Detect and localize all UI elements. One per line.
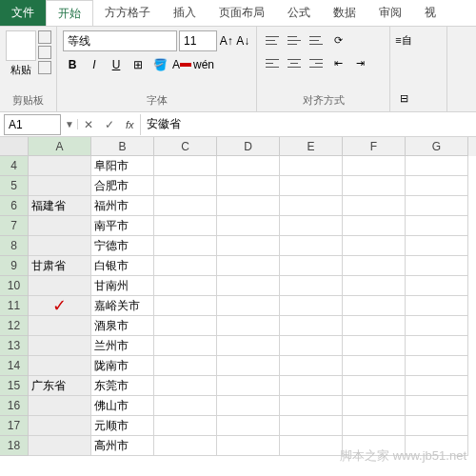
font-name-select[interactable]: [63, 30, 177, 51]
cell[interactable]: [154, 396, 217, 416]
col-header-f[interactable]: F: [343, 137, 406, 156]
row-header[interactable]: 6: [0, 196, 29, 216]
tab-review[interactable]: 审阅: [367, 0, 413, 26]
cell[interactable]: [217, 216, 280, 236]
cell[interactable]: [154, 376, 217, 396]
cell[interactable]: [154, 256, 217, 276]
wrap-text-button[interactable]: ≡ 自: [394, 30, 413, 50]
cell[interactable]: [217, 356, 280, 376]
copy-icon[interactable]: [38, 46, 51, 59]
paste-icon[interactable]: [6, 30, 36, 61]
border-button[interactable]: ⊞: [129, 55, 148, 74]
row-header[interactable]: 11: [0, 296, 29, 316]
merge-button[interactable]: ⊟: [394, 89, 413, 108]
cell[interactable]: [29, 276, 91, 296]
cell[interactable]: 兰州市: [91, 336, 154, 356]
cell[interactable]: [217, 196, 280, 216]
cell[interactable]: [343, 296, 406, 316]
tab-grid-tools[interactable]: 方方格子: [93, 0, 162, 26]
cell[interactable]: [406, 336, 468, 356]
cell[interactable]: [343, 376, 406, 396]
cell[interactable]: [280, 216, 343, 236]
cell[interactable]: [280, 416, 343, 436]
cell[interactable]: 酒泉市: [91, 316, 154, 336]
cell[interactable]: [217, 416, 280, 436]
cell[interactable]: [343, 336, 406, 356]
formula-input[interactable]: 安徽省: [140, 114, 476, 135]
cell[interactable]: [343, 356, 406, 376]
cell[interactable]: [406, 436, 468, 456]
row-header[interactable]: 18: [0, 436, 29, 456]
enter-icon[interactable]: ✓: [99, 118, 120, 131]
cell[interactable]: [343, 436, 406, 456]
col-header-g[interactable]: G: [406, 137, 468, 156]
row-header[interactable]: 14: [0, 356, 29, 376]
cell[interactable]: 嘉峪关市: [91, 296, 154, 316]
align-left-icon[interactable]: [263, 53, 282, 72]
row-header[interactable]: 16: [0, 396, 29, 416]
cell[interactable]: 合肥市: [91, 176, 154, 196]
cell[interactable]: [280, 176, 343, 196]
cell[interactable]: [406, 376, 468, 396]
cell[interactable]: 陇南市: [91, 356, 154, 376]
cell[interactable]: 阜阳市: [91, 156, 154, 176]
cell[interactable]: 高州市: [91, 436, 154, 456]
tab-view[interactable]: 视: [413, 0, 447, 26]
align-middle-icon[interactable]: [285, 30, 304, 50]
cell[interactable]: [217, 376, 280, 396]
cell[interactable]: [280, 196, 343, 216]
cell[interactable]: 宁德市: [91, 236, 154, 256]
cell[interactable]: [29, 236, 91, 256]
cell[interactable]: 元顺市: [91, 416, 154, 436]
row-header[interactable]: 15: [0, 376, 29, 396]
cell[interactable]: 东莞市: [91, 376, 154, 396]
decrease-font-icon[interactable]: A↓: [236, 34, 251, 48]
cell[interactable]: [406, 276, 468, 296]
format-painter-icon[interactable]: [38, 61, 51, 74]
row-header[interactable]: 5: [0, 176, 29, 196]
tab-home[interactable]: 开始: [46, 0, 93, 26]
cell[interactable]: [406, 356, 468, 376]
col-header-c[interactable]: C: [154, 137, 217, 156]
cell[interactable]: [154, 296, 217, 316]
increase-font-icon[interactable]: A↑: [219, 34, 234, 48]
row-header[interactable]: 9: [0, 256, 29, 276]
cell[interactable]: [280, 396, 343, 416]
cell[interactable]: [217, 256, 280, 276]
decrease-indent-icon[interactable]: ⇤: [328, 53, 347, 72]
cell[interactable]: [406, 316, 468, 336]
cell[interactable]: [154, 176, 217, 196]
cell[interactable]: [406, 156, 468, 176]
cell[interactable]: [29, 336, 91, 356]
cell[interactable]: [154, 416, 217, 436]
cell[interactable]: 福建省: [29, 196, 91, 216]
fx-icon[interactable]: fx: [120, 119, 140, 130]
col-header-d[interactable]: D: [217, 137, 280, 156]
cell[interactable]: 福州市: [91, 196, 154, 216]
row-header[interactable]: 7: [0, 216, 29, 236]
cell[interactable]: [280, 256, 343, 276]
cell[interactable]: [343, 176, 406, 196]
cell[interactable]: [154, 276, 217, 296]
cell[interactable]: [343, 416, 406, 436]
cell[interactable]: [280, 336, 343, 356]
cell[interactable]: [217, 176, 280, 196]
cut-icon[interactable]: [38, 30, 51, 44]
cell[interactable]: [29, 216, 91, 236]
cell[interactable]: [406, 296, 468, 316]
col-header-a[interactable]: A: [29, 137, 91, 156]
cell[interactable]: [29, 176, 91, 196]
cell[interactable]: [406, 416, 468, 436]
row-header[interactable]: 17: [0, 416, 29, 436]
cell[interactable]: [280, 316, 343, 336]
cell[interactable]: [343, 276, 406, 296]
cell[interactable]: [406, 396, 468, 416]
bold-button[interactable]: B: [63, 55, 82, 74]
cell[interactable]: [154, 236, 217, 256]
row-header[interactable]: 12: [0, 316, 29, 336]
cell[interactable]: [29, 396, 91, 416]
cell[interactable]: [406, 236, 468, 256]
cell[interactable]: [280, 356, 343, 376]
align-top-icon[interactable]: [263, 30, 282, 50]
row-header[interactable]: 4: [0, 156, 29, 176]
